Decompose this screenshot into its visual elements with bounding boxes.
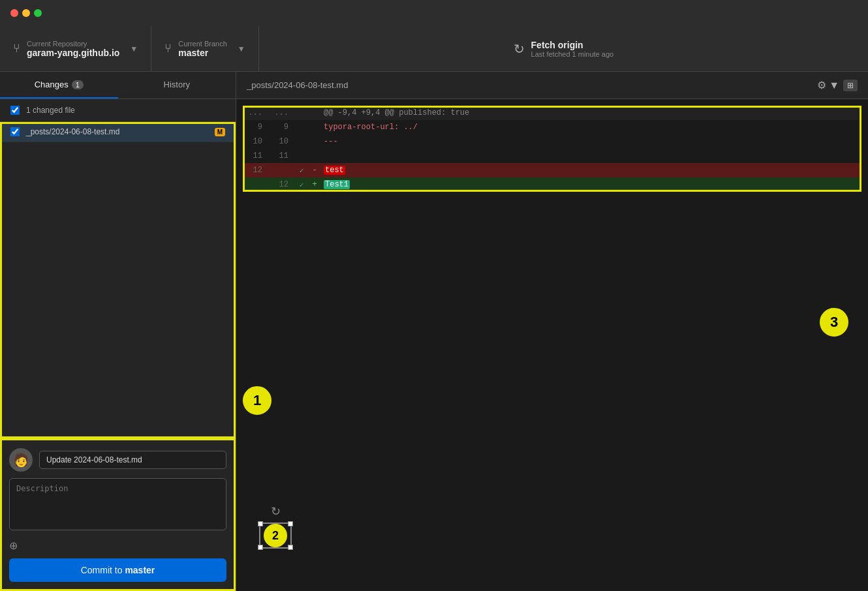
tab-history[interactable]: History — [118, 72, 236, 98]
diff-check[interactable]: ✓ — [295, 166, 308, 175]
close-button[interactable] — [10, 9, 18, 17]
transform-box: 2 — [259, 523, 292, 549]
diff-ln-new: ... — [269, 108, 295, 117]
diff-ln-old: ... — [243, 108, 269, 117]
repo-main-label: garam-yang.github.io — [27, 48, 119, 58]
diff-ln-new: 10 — [269, 137, 295, 146]
annotation-bubble-1: 1 — [243, 386, 271, 415]
left-tabs: Changes 1 History — [0, 72, 236, 98]
titlebar — [0, 0, 868, 26]
file-status-badge: M — [215, 128, 225, 136]
bubble-2-label: 2 — [272, 529, 279, 543]
branch-label: Current Branch master — [178, 40, 227, 58]
diff-ln-old: 12 — [243, 166, 269, 175]
commit-description-input[interactable] — [9, 478, 226, 530]
diff-line: 10 10 --- — [243, 134, 861, 149]
branch-sub-label: Current Branch — [178, 40, 227, 48]
diff-text: @@ -9,4 +9,4 @@ published: true — [321, 108, 861, 117]
rotate-handle-icon: ↻ — [271, 504, 281, 519]
diff-line: 11 11 — [243, 149, 861, 163]
tab-right-actions: ⚙ ▼ ⊞ — [817, 79, 858, 91]
fetch-icon: ↻ — [514, 41, 525, 57]
corner-handle-bl[interactable] — [258, 545, 263, 550]
bubble-1-label: 1 — [253, 392, 261, 409]
tab-changes-label: Changes — [35, 80, 69, 89]
minimize-button[interactable] — [22, 9, 30, 17]
diff-ln-new: 12 — [269, 180, 295, 189]
tab-changes[interactable]: Changes 1 — [0, 72, 118, 98]
branch-chevron-icon: ▼ — [238, 44, 245, 53]
changed-files-count: 1 changed file — [26, 106, 75, 115]
commit-summary-input[interactable] — [39, 451, 226, 469]
tab-history-label: History — [164, 80, 190, 89]
commit-area: 🧑 ⊕ Commit to master — [0, 438, 236, 591]
diff-text: typora-root-url: ../ — [321, 123, 861, 132]
file-path-bar: _posts/2024-06-08-test.md ⚙ ▼ ⊞ — [236, 72, 868, 98]
file-list: _posts/2024-06-08-test.md M — [0, 122, 236, 438]
branch-main-label: master — [178, 48, 227, 58]
fetch-sub-label: Last fetched 1 minute ago — [531, 50, 614, 58]
tab-area: Changes 1 History _posts/2024-06-08-test… — [0, 72, 868, 99]
diff-removed-line: 12 ✓ - test — [243, 163, 861, 177]
select-all-checkbox[interactable] — [10, 106, 20, 115]
diff-area: ... ... @@ -9,4 +9,4 @@ published: true … — [236, 99, 868, 591]
diff-check[interactable]: ✓ — [295, 181, 308, 189]
corner-handle-tr[interactable] — [288, 521, 293, 526]
repo-icon: ⑂ — [13, 42, 20, 55]
current-branch-section[interactable]: ⑂ Current Branch master ▼ — [151, 26, 258, 71]
diff-added-text: Test1 — [324, 180, 350, 189]
main-layout: 1 changed file _posts/2024-06-08-test.md… — [0, 99, 868, 591]
bubble-3-label: 3 — [830, 314, 838, 331]
diff-ln-old: 11 — [243, 151, 269, 160]
toolbar: ⑂ Current Repository garam-yang.github.i… — [0, 26, 868, 72]
split-button[interactable]: ⊞ — [843, 80, 858, 91]
gear-button[interactable]: ⚙ ▼ — [817, 79, 839, 91]
commit-btn-label: Commit to master — [81, 565, 155, 575]
diff-added-line: 12 ✓ + Test1 — [243, 177, 861, 192]
fetch-main-label: Fetch origin — [531, 40, 614, 50]
diff-removed-text: test — [324, 166, 345, 175]
fetch-label: Fetch origin Last fetched 1 minute ago — [531, 40, 614, 58]
diff-content: ... ... @@ -9,4 +9,4 @@ published: true … — [243, 106, 861, 192]
diff-ln-old: 9 — [243, 123, 269, 132]
corner-handle-tl[interactable] — [258, 521, 263, 526]
avatar: 🧑 — [9, 448, 33, 472]
add-coauthor-button[interactable]: ⊕ — [9, 539, 18, 552]
changed-files-header: 1 changed file — [0, 99, 236, 122]
transform-widget: ↻ 2 — [256, 516, 295, 555]
traffic-lights — [10, 9, 42, 17]
sidebar: 1 changed file _posts/2024-06-08-test.md… — [0, 99, 236, 591]
transform-handle: ↻ 2 — [256, 516, 295, 555]
changes-badge: 1 — [72, 80, 84, 89]
corner-handle-br[interactable] — [288, 545, 293, 550]
file-name: _posts/2024-06-08-test.md — [26, 127, 215, 136]
diff-ln-new: 9 — [269, 123, 295, 132]
fetch-origin-section[interactable]: ↻ Fetch origin Last fetched 1 minute ago — [259, 26, 868, 71]
annotation-bubble-3: 3 — [820, 308, 848, 337]
list-item[interactable]: _posts/2024-06-08-test.md M — [0, 122, 236, 142]
diff-plus-marker: + — [308, 180, 321, 189]
repo-sub-label: Current Repository — [27, 40, 119, 48]
file-checkbox[interactable] — [10, 127, 20, 136]
file-path-text: _posts/2024-06-08-test.md — [247, 80, 348, 90]
diff-ln-old: 10 — [243, 137, 269, 146]
maximize-button[interactable] — [34, 9, 42, 17]
diff-minus-marker: - — [308, 166, 321, 175]
branch-icon: ⑂ — [164, 42, 172, 55]
commit-footer: ⊕ — [9, 539, 226, 552]
repo-label: Current Repository garam-yang.github.io — [27, 40, 119, 58]
diff-header-line: ... ... @@ -9,4 +9,4 @@ published: true — [243, 106, 861, 120]
repo-chevron-icon: ▼ — [130, 44, 138, 53]
current-repo-section[interactable]: ⑂ Current Repository garam-yang.github.i… — [0, 26, 151, 71]
diff-text: Test1 — [321, 180, 861, 189]
commit-button[interactable]: Commit to master — [9, 558, 226, 582]
diff-text: test — [321, 166, 861, 175]
diff-text: --- — [321, 137, 861, 146]
diff-ln-new: 11 — [269, 151, 295, 160]
annotation-bubble-2: 2 — [264, 524, 287, 547]
diff-line: 9 9 typora-root-url: ../ — [243, 120, 861, 134]
commit-top: 🧑 — [9, 448, 226, 472]
